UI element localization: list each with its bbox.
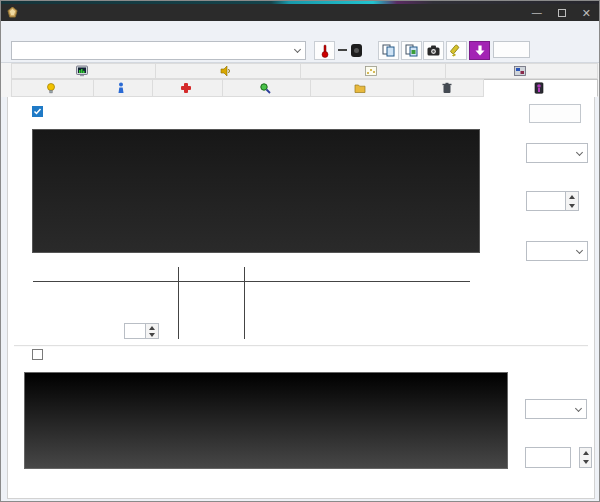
table-divider — [178, 267, 179, 339]
copy-pages-icon — [382, 44, 395, 57]
thermometer-icon — [321, 44, 329, 58]
trash-icon — [441, 82, 453, 94]
delay-spinner[interactable] — [579, 447, 592, 468]
pen-icon — [450, 44, 463, 57]
camera-icon — [427, 45, 440, 56]
bottom-chart-yaxis — [8, 372, 21, 469]
copy-image-button[interactable] — [401, 41, 422, 60]
spin-down-button[interactable] — [566, 201, 578, 210]
table-divider — [33, 281, 470, 282]
transfer-speed-plot — [33, 130, 479, 252]
file-size-spinner[interactable] — [526, 191, 579, 211]
maximize-button[interactable] — [558, 9, 566, 17]
block-size-plot — [25, 373, 507, 468]
random-access-icon — [365, 65, 377, 77]
info-icon — [115, 82, 127, 94]
copy-pages-green-icon — [405, 44, 418, 57]
minimize-button[interactable]: — — [532, 8, 542, 18]
tab-benchmark[interactable] — [11, 79, 94, 97]
tab-folder-usage[interactable] — [311, 79, 414, 97]
transfer-speed-chart — [32, 129, 480, 253]
tab-aam[interactable] — [156, 63, 301, 79]
temperature-button[interactable] — [314, 41, 335, 60]
speaker-icon — [220, 65, 232, 77]
tab-extra-tests[interactable] — [446, 63, 598, 79]
block-size-chart — [24, 372, 508, 469]
chevron-down-icon — [576, 148, 583, 155]
file-benchmark-panel — [7, 97, 595, 499]
spin-up-button[interactable] — [580, 448, 591, 458]
tab-health[interactable] — [153, 79, 223, 97]
bottom-chart-xaxis — [24, 472, 508, 482]
checkbox-unchecked-icon — [32, 349, 43, 360]
data-pattern-dropdown[interactable] — [526, 241, 588, 261]
magnifier-icon — [259, 82, 271, 94]
disk-monitor-icon — [76, 65, 88, 77]
extra-tests-icon — [514, 65, 526, 77]
block-size-checkbox[interactable] — [32, 349, 49, 360]
chevron-down-icon — [576, 246, 583, 253]
temperature-unit-icon — [351, 44, 362, 57]
start-button[interactable] — [529, 104, 581, 123]
chevron-down-icon — [294, 46, 301, 53]
file-benchmark-icon — [533, 82, 545, 94]
drive-select-dropdown[interactable] — [11, 41, 306, 60]
folder-icon — [354, 82, 366, 94]
app-window: — ✕ — [0, 0, 600, 502]
app-icon — [7, 7, 18, 18]
download-update-button[interactable] — [469, 41, 490, 60]
down-arrow-icon — [475, 45, 485, 56]
bottom-file-dropdown[interactable] — [525, 399, 587, 419]
drive-dropdown[interactable] — [526, 143, 588, 163]
tab-random-access[interactable] — [301, 63, 446, 79]
tab-disk-monitor[interactable] — [11, 63, 156, 79]
tab-error-scan[interactable] — [223, 79, 311, 97]
delay-input[interactable] — [525, 447, 571, 468]
menu-bar — [1, 21, 600, 37]
top-chart-yaxis-left — [8, 129, 29, 253]
tab-erase[interactable] — [414, 79, 484, 97]
highlight-button[interactable] — [446, 41, 467, 60]
tab-info[interactable] — [94, 79, 153, 97]
top-chart-xaxis — [32, 256, 480, 266]
tab-file-benchmark[interactable] — [484, 79, 598, 97]
table-divider — [244, 267, 245, 339]
spin-up-button[interactable] — [566, 192, 578, 201]
section-divider — [14, 345, 588, 347]
spin-down-button[interactable] — [580, 458, 591, 468]
copy-text-button[interactable] — [378, 41, 399, 60]
checkbox-checked-icon — [32, 106, 43, 117]
queue-depth-spinner[interactable] — [124, 323, 159, 339]
tab-strip — [1, 63, 600, 97]
screenshot-button[interactable] — [423, 41, 444, 60]
close-button[interactable]: ✕ — [582, 8, 591, 18]
temperature-value — [338, 49, 347, 51]
title-bar[interactable]: — ✕ — [1, 4, 600, 21]
transfer-speed-checkbox[interactable] — [32, 106, 49, 117]
health-cross-icon — [180, 82, 192, 94]
toolbar — [1, 37, 600, 63]
spin-up-button[interactable] — [146, 324, 158, 331]
top-chart-yaxis-right — [484, 129, 504, 253]
chevron-down-icon — [575, 404, 582, 411]
exit-button[interactable] — [493, 41, 530, 58]
lightbulb-icon — [45, 82, 57, 94]
spin-down-button[interactable] — [146, 331, 158, 338]
